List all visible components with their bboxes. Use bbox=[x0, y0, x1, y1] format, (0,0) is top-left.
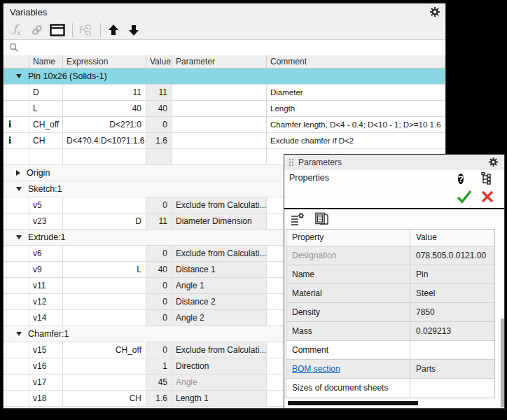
collapse-triangle-icon[interactable] bbox=[16, 187, 22, 191]
variable-expression-cell[interactable]: CH bbox=[63, 391, 146, 406]
property-value-cell[interactable]: Pin bbox=[410, 265, 494, 284]
variable-parameter-cell[interactable] bbox=[172, 101, 267, 116]
help-icon[interactable]: ? bbox=[458, 172, 472, 186]
variable-name-cell[interactable]: v16 bbox=[29, 358, 63, 374]
property-row[interactable]: MaterialSteel bbox=[286, 284, 494, 303]
move-up-icon[interactable] bbox=[104, 22, 123, 38]
confirm-icon[interactable] bbox=[457, 190, 471, 204]
variable-parameter-cell[interactable] bbox=[172, 85, 267, 100]
variable-name-cell[interactable]: CH bbox=[29, 133, 63, 148]
variable-expression-cell[interactable] bbox=[63, 149, 146, 164]
vertical-scrollbar[interactable] bbox=[501, 318, 504, 407]
gear-icon[interactable] bbox=[488, 157, 499, 168]
column-header-value[interactable]: Value bbox=[146, 55, 172, 68]
variable-parameter-cell[interactable]: Angle 1 bbox=[172, 278, 267, 293]
property-value-cell[interactable]: 078.505.0.0121.00 bbox=[410, 246, 494, 265]
column-header-comment[interactable]: Comment bbox=[267, 55, 445, 68]
move-down-icon[interactable] bbox=[125, 22, 143, 38]
variable-name-cell[interactable]: v12 bbox=[29, 294, 63, 309]
variable-parameter-cell[interactable] bbox=[172, 149, 267, 164]
variable-name-cell[interactable]: D bbox=[29, 85, 63, 100]
collapse-triangle-icon[interactable] bbox=[16, 74, 22, 78]
variable-parameter-cell[interactable]: Angle bbox=[172, 374, 267, 390]
variable-expression-cell[interactable]: D<4?0.4:D<10?1:1.6 bbox=[63, 133, 146, 148]
variable-parameter-cell[interactable]: Distance 1 bbox=[172, 262, 267, 277]
property-value-cell[interactable]: 0.029213 bbox=[410, 322, 494, 340]
property-value-cell[interactable]: 7850 bbox=[410, 303, 494, 321]
variable-parameter-cell[interactable]: Exclude from Calculati... bbox=[172, 197, 267, 213]
variable-parameter-cell[interactable]: Distance 2 bbox=[172, 294, 267, 309]
property-row[interactable]: BOM sectionParts bbox=[286, 360, 494, 379]
search-input[interactable] bbox=[22, 41, 445, 55]
drag-grip-icon[interactable] bbox=[288, 158, 295, 167]
horizontal-scrollbar-thumb[interactable] bbox=[288, 401, 418, 405]
variable-expression-cell[interactable]: L bbox=[63, 262, 146, 277]
variable-expression-cell[interactable]: D bbox=[63, 214, 146, 229]
variable-parameter-cell[interactable] bbox=[172, 117, 267, 132]
value-column-header[interactable]: Value bbox=[410, 230, 494, 246]
column-header-name[interactable]: Name bbox=[29, 55, 63, 68]
variable-row[interactable]: L4040Length bbox=[4, 101, 445, 117]
bom-section-link[interactable]: BOM section bbox=[292, 364, 340, 374]
derive-icon[interactable]: F bbox=[76, 22, 95, 38]
variable-expression-cell[interactable] bbox=[63, 278, 146, 293]
column-header-parameter[interactable]: Parameter bbox=[172, 55, 267, 68]
variable-name-cell[interactable]: v6 bbox=[29, 246, 63, 261]
property-row[interactable]: NamePin bbox=[286, 265, 494, 284]
variable-name-cell[interactable]: v14 bbox=[29, 310, 63, 326]
column-header-expression[interactable]: Expression bbox=[63, 55, 146, 68]
variable-expression-cell[interactable]: CH_off bbox=[63, 342, 146, 358]
variable-expression-cell[interactable]: 11 bbox=[63, 85, 146, 100]
variable-parameter-cell[interactable]: Exclude from Calculati... bbox=[172, 342, 267, 358]
variable-group-row[interactable]: Pin 10x26 (Solids-1) bbox=[4, 69, 445, 85]
link-icon[interactable] bbox=[28, 22, 46, 38]
variable-parameter-cell[interactable] bbox=[172, 133, 267, 148]
property-row[interactable]: Mass0.029213 bbox=[286, 322, 494, 341]
variable-comment-cell[interactable]: Length bbox=[267, 101, 445, 116]
variable-name-cell[interactable]: v9 bbox=[29, 262, 63, 277]
horizontal-scrollbar[interactable] bbox=[286, 400, 495, 406]
variable-expression-cell[interactable]: 40 bbox=[63, 101, 146, 116]
variable-expression-cell[interactable] bbox=[63, 294, 146, 309]
variable-expression-cell[interactable] bbox=[63, 374, 146, 390]
variable-comment-cell[interactable]: Diameter bbox=[267, 85, 445, 100]
variable-name-cell[interactable] bbox=[29, 149, 63, 164]
variable-row[interactable]: D1111Diameter bbox=[4, 85, 445, 101]
variable-parameter-cell[interactable]: Diameter Dimension bbox=[172, 214, 267, 229]
variable-name-cell[interactable]: v15 bbox=[29, 342, 63, 358]
edit-window-icon[interactable] bbox=[48, 22, 67, 38]
variable-row[interactable]: iCH_offD<2?1:00Chamfer length, D<4 - 0.4… bbox=[4, 117, 445, 133]
property-row[interactable]: Sizes of document sheets bbox=[286, 379, 494, 398]
structure-icon[interactable] bbox=[480, 172, 494, 186]
property-row[interactable]: Comment bbox=[286, 341, 494, 360]
variable-expression-cell[interactable] bbox=[63, 246, 146, 261]
variable-name-cell[interactable]: CH_off bbox=[29, 117, 63, 132]
property-column-header[interactable]: Property bbox=[286, 230, 410, 246]
variable-name-cell[interactable]: v18 bbox=[29, 391, 63, 406]
property-value-cell[interactable]: Parts bbox=[410, 360, 494, 378]
parameters-titlebar[interactable]: Parameters bbox=[284, 155, 504, 171]
variable-expression-cell[interactable]: D<2?1:0 bbox=[63, 117, 146, 132]
property-row[interactable]: Designation078.505.0.0121.00 bbox=[286, 246, 494, 265]
variable-row[interactable]: iCHD<4?0.4:D<10?1:1.61.6Exclude chamfer … bbox=[4, 133, 445, 149]
variable-parameter-cell[interactable]: Length 1 bbox=[172, 391, 267, 406]
property-value-cell[interactable]: Steel bbox=[410, 284, 494, 302]
list-settings-icon[interactable] bbox=[289, 211, 307, 227]
variable-expression-cell[interactable] bbox=[63, 197, 146, 213]
variable-name-cell[interactable]: v23 bbox=[29, 214, 63, 229]
variable-name-cell[interactable]: v17 bbox=[29, 374, 63, 390]
collapse-triangle-icon[interactable] bbox=[16, 332, 22, 336]
property-value-cell[interactable] bbox=[410, 341, 494, 359]
document-options-icon[interactable] bbox=[312, 211, 331, 227]
cancel-icon[interactable] bbox=[480, 190, 494, 204]
variable-name-cell[interactable]: v5 bbox=[29, 197, 63, 213]
variable-comment-cell[interactable]: Exclude chamfer if D<2 bbox=[267, 133, 445, 148]
variable-name-cell[interactable]: v11 bbox=[29, 278, 63, 293]
variable-name-cell[interactable]: L bbox=[29, 101, 63, 116]
variable-parameter-cell[interactable]: Angle 2 bbox=[172, 310, 267, 326]
variable-parameter-cell[interactable]: Direction bbox=[172, 358, 267, 374]
gear-icon[interactable] bbox=[429, 6, 440, 18]
variable-parameter-cell[interactable]: Exclude from Calculati... bbox=[172, 246, 267, 261]
variable-expression-cell[interactable] bbox=[63, 358, 146, 374]
expand-triangle-icon[interactable] bbox=[16, 170, 20, 176]
